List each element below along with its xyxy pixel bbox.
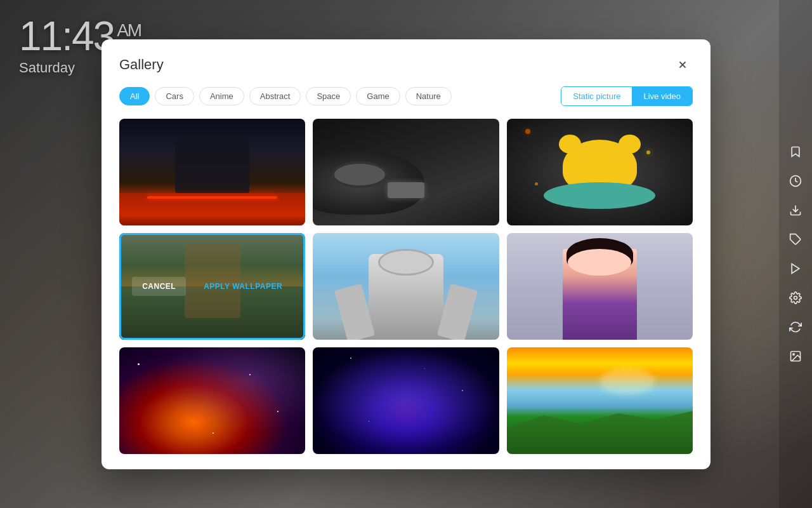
gallery-item-1[interactable] (119, 119, 305, 225)
gallery-item-5[interactable] (313, 233, 499, 340)
svg-point-6 (793, 354, 795, 356)
gallery-item-8[interactable] (313, 347, 499, 454)
view-toggle: Static picture Live video (561, 86, 693, 106)
gallery-grid: CANCEL APPLY WALLPAPER (119, 119, 693, 454)
filter-tab-game[interactable]: Game (356, 87, 400, 105)
item-4-overlay: CANCEL APPLY WALLPAPER (119, 233, 305, 340)
gallery-item-9[interactable] (507, 347, 693, 454)
modal-header: Gallery (119, 55, 693, 75)
apply-wallpaper-button[interactable]: APPLY WALLPAPER (193, 277, 292, 296)
history-icon[interactable] (783, 169, 808, 193)
image-icon[interactable] (783, 344, 808, 368)
close-button[interactable] (672, 55, 693, 75)
filter-bar: All Cars Anime Abstract Space Game Natur… (119, 86, 693, 106)
filter-tab-nature[interactable]: Nature (405, 87, 452, 105)
filter-tab-abstract[interactable]: Abstract (249, 87, 301, 105)
gallery-item-2[interactable] (313, 119, 499, 225)
video-icon[interactable] (783, 257, 808, 281)
filter-tab-anime[interactable]: Anime (199, 87, 244, 105)
filter-tab-space[interactable]: Space (306, 87, 351, 105)
gallery-modal: Gallery All Cars Anime Abstract Space Ga… (102, 39, 710, 469)
modal-title: Gallery (119, 57, 164, 73)
settings-icon[interactable] (783, 286, 808, 310)
gallery-item-7[interactable] (119, 347, 305, 454)
puzzle-icon[interactable] (783, 227, 808, 251)
filter-tab-cars[interactable]: Cars (155, 87, 193, 105)
bookmark-icon[interactable] (783, 140, 808, 164)
svg-marker-3 (792, 264, 799, 274)
gallery-item-6[interactable] (507, 233, 693, 340)
live-video-button[interactable]: Live video (632, 87, 692, 105)
static-picture-button[interactable]: Static picture (561, 87, 632, 105)
sidebar (779, 0, 812, 508)
download-icon[interactable] (783, 198, 808, 222)
filter-tab-all[interactable]: All (119, 87, 150, 105)
svg-point-4 (794, 297, 797, 300)
cancel-button[interactable]: CANCEL (132, 277, 186, 296)
refresh-icon[interactable] (783, 315, 808, 339)
gallery-item-4[interactable]: CANCEL APPLY WALLPAPER (119, 233, 305, 340)
gallery-item-3[interactable] (507, 119, 693, 225)
filter-tabs: All Cars Anime Abstract Space Game Natur… (119, 87, 452, 105)
modal-overlay: Gallery All Cars Anime Abstract Space Ga… (0, 0, 812, 508)
